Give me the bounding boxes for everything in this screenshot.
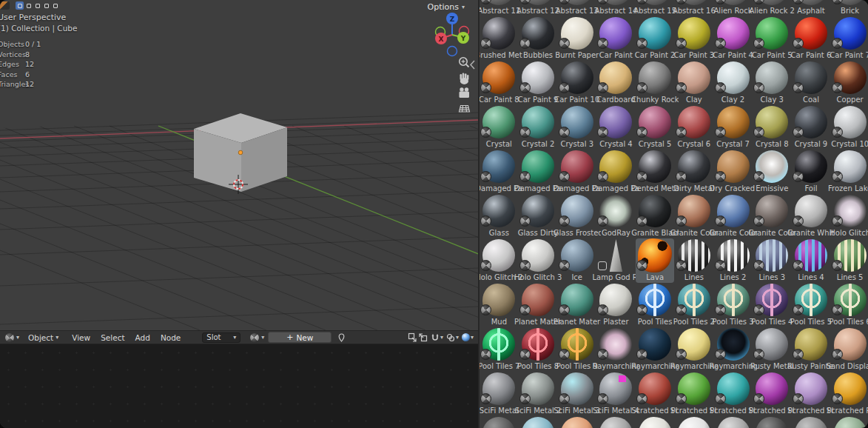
new-material-button[interactable]: + New bbox=[268, 332, 332, 343]
material-item[interactable]: Holo Glitch bbox=[831, 194, 868, 238]
material-item[interactable]: Lines 4 bbox=[792, 238, 830, 283]
material-item[interactable]: Crystal 5 bbox=[636, 105, 674, 150]
material-item[interactable]: Abstract 13 bbox=[558, 0, 596, 16]
material-item[interactable]: Crystal 6 bbox=[675, 105, 713, 150]
viewport-header-tool-1-icon[interactable] bbox=[16, 1, 24, 10]
menu-node[interactable]: Node bbox=[155, 333, 186, 342]
material-item[interactable]: Asphalt bbox=[792, 0, 830, 16]
material-item[interactable] bbox=[675, 416, 713, 428]
material-item[interactable]: Lava bbox=[636, 238, 674, 283]
menu-add[interactable]: Add bbox=[130, 333, 155, 342]
material-item[interactable]: Car Paint 5 bbox=[753, 16, 791, 61]
material-item[interactable]: Pool Tiles 8 bbox=[519, 327, 557, 372]
material-item[interactable]: Brick bbox=[831, 0, 868, 16]
material-item[interactable]: SciFi Metal bbox=[480, 372, 518, 416]
shader-mode-dropdown[interactable]: Object ▾ bbox=[26, 333, 61, 342]
viewport-header-tool-5-icon[interactable] bbox=[51, 1, 59, 10]
snapping-control[interactable]: ▾ bbox=[431, 333, 443, 342]
viewport-header-tool-4-icon[interactable] bbox=[42, 1, 50, 10]
material-item[interactable]: Damaged Pai... bbox=[480, 150, 518, 194]
material-item[interactable]: Glass Dirty bbox=[519, 194, 557, 238]
orthographic-toggle-icon[interactable] bbox=[460, 106, 470, 113]
material-item[interactable]: Granite Color... bbox=[753, 194, 791, 238]
3d-viewport[interactable]: Z X Y bbox=[0, 0, 478, 330]
material-item[interactable]: Dented Metal bbox=[636, 150, 674, 194]
material-item[interactable]: Granite Black bbox=[636, 194, 674, 238]
shader-editor-canvas[interactable] bbox=[0, 344, 478, 428]
material-item[interactable]: Granite White bbox=[792, 194, 830, 238]
overlays-control[interactable]: ▾ bbox=[446, 333, 459, 342]
material-item[interactable]: Emissive bbox=[753, 150, 791, 194]
material-item[interactable]: Scratched Pl... bbox=[714, 372, 753, 416]
material-item[interactable] bbox=[480, 416, 518, 428]
material-item[interactable]: Glass bbox=[480, 194, 518, 238]
region-toggle-chevron[interactable] bbox=[471, 61, 474, 69]
options-dropdown[interactable]: Options ▾ bbox=[428, 2, 465, 12]
material-item[interactable]: Raymarching... bbox=[675, 327, 713, 372]
material-item[interactable]: Crystal 4 bbox=[596, 105, 635, 150]
material-item[interactable]: Bubbles bbox=[519, 16, 557, 61]
editor-type-icon[interactable] bbox=[0, 1, 10, 10]
material-item[interactable]: Pool Tiles 2 bbox=[675, 283, 713, 327]
material-item[interactable] bbox=[714, 416, 753, 428]
material-item[interactable]: Scratched Pl... bbox=[753, 372, 791, 416]
material-item[interactable]: Pool Tiles 6 bbox=[831, 283, 868, 327]
material-item[interactable]: Clay bbox=[675, 61, 713, 105]
material-item[interactable]: Alien Rock bbox=[714, 0, 753, 16]
material-item[interactable]: Damaged Pai... bbox=[558, 150, 596, 194]
material-item[interactable]: Abstract 16 bbox=[675, 0, 713, 16]
material-item[interactable]: Crystal bbox=[480, 105, 518, 150]
material-item[interactable]: Abstract 14 bbox=[596, 0, 635, 16]
material-item[interactable]: Pool Tiles 5 bbox=[792, 283, 830, 327]
material-item[interactable]: Crystal 2 bbox=[519, 105, 557, 150]
pin-toggle[interactable] bbox=[337, 333, 346, 342]
material-item[interactable]: Glass Frosted bbox=[558, 194, 596, 238]
jump-to-node-tree[interactable] bbox=[408, 332, 428, 342]
material-item[interactable]: Sand Displac... bbox=[831, 327, 868, 372]
navigation-gizmo[interactable]: Z X Y bbox=[435, 13, 469, 56]
browse-material-dropdown[interactable]: ▾ bbox=[248, 333, 266, 342]
material-item[interactable]: Raymarching... bbox=[636, 327, 674, 372]
material-item[interactable]: Coal bbox=[792, 61, 830, 105]
menu-view[interactable]: View bbox=[67, 333, 95, 342]
material-item[interactable]: GodRay bbox=[596, 194, 635, 238]
material-item[interactable]: Frozen Lake bbox=[831, 150, 868, 194]
material-item[interactable]: Car Paint 10 bbox=[558, 61, 596, 105]
material-item[interactable]: Copper bbox=[831, 61, 868, 105]
camera-view-icon[interactable] bbox=[460, 87, 470, 98]
material-item[interactable]: Car Paint 7 bbox=[831, 16, 868, 61]
material-item[interactable]: Lines 3 bbox=[753, 238, 791, 283]
preview-shading-control[interactable]: ▾ bbox=[462, 333, 474, 341]
material-item[interactable]: Lines 2 bbox=[714, 238, 753, 283]
material-item[interactable]: Scratched Pl... bbox=[675, 372, 713, 416]
material-item[interactable]: Car Paint 6 bbox=[792, 16, 830, 61]
viewport-header-tool-3-icon[interactable] bbox=[33, 1, 41, 10]
slot-dropdown[interactable]: Slot ▾ bbox=[202, 332, 240, 343]
material-item[interactable]: Clay 2 bbox=[714, 61, 753, 105]
material-item[interactable]: Abstract 11 bbox=[480, 0, 518, 16]
material-item[interactable]: Mud bbox=[480, 283, 518, 327]
material-item[interactable]: Damaged Pai... bbox=[519, 150, 557, 194]
material-item[interactable]: Lamp God Ra bbox=[596, 238, 635, 283]
material-item[interactable]: Dirty Metal bbox=[675, 150, 713, 194]
material-item[interactable] bbox=[636, 416, 674, 428]
material-item[interactable]: Clay 3 bbox=[753, 61, 791, 105]
material-item[interactable]: Scratched Pl... bbox=[792, 372, 830, 416]
material-item[interactable]: Pool Tiles 3 bbox=[714, 283, 753, 327]
material-item[interactable]: Pool Tiles 9 bbox=[558, 327, 596, 372]
material-item[interactable]: Granite Color... bbox=[714, 194, 753, 238]
material-item[interactable]: Crystal 9 bbox=[792, 105, 830, 150]
material-item[interactable]: Dry Cracked ... bbox=[714, 150, 753, 194]
menu-select[interactable]: Select bbox=[95, 333, 129, 342]
material-item[interactable]: Car Paint 9 bbox=[519, 61, 557, 105]
material-item[interactable]: Damaged Pai... bbox=[596, 150, 635, 194]
material-item[interactable]: Chunky Rock bbox=[636, 61, 674, 105]
material-item[interactable]: Foil bbox=[792, 150, 830, 194]
material-item[interactable]: Crystal 3 bbox=[558, 105, 596, 150]
material-item[interactable]: Ice bbox=[558, 238, 596, 283]
material-item[interactable]: Brushed Metal bbox=[480, 16, 518, 61]
material-item[interactable]: Planet Materi... bbox=[558, 283, 596, 327]
material-item[interactable]: Alien Rock 2 bbox=[753, 0, 791, 16]
material-item[interactable]: Car Paint 3 bbox=[675, 16, 713, 61]
material-item[interactable]: SciFi Metal 4 bbox=[596, 372, 635, 416]
